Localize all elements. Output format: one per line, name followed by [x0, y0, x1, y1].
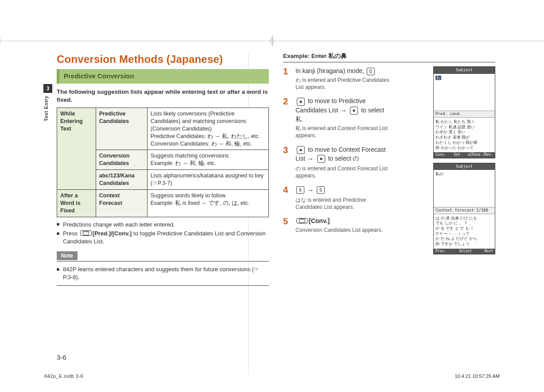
page: 3 Text Entry Conversion Methods (Japanes…	[0, 0, 544, 392]
footer-filename: 842p_E.indb 3-6	[44, 373, 83, 379]
step-4: 4 6 → 5 はな is entered and Predictive Can…	[283, 185, 389, 211]
dpad-icon	[317, 155, 325, 163]
cell-desc-abc: Lists alphanumerics/katakana assigned to…	[147, 170, 268, 190]
phone-screenshots: Subject わ Pred. cand. 私 わたし 私たち 我々ワイン 私達…	[433, 66, 495, 254]
dpad-icon	[297, 146, 305, 154]
shot-list-label: Context forecast 2/100	[434, 207, 495, 214]
step-2: 2 to move to Predictive Candidates List …	[283, 97, 389, 139]
bullet-2a: Press	[63, 230, 79, 237]
thumb-tab: 3 Text Entry	[43, 84, 53, 128]
note-bullet: 842P learns entered characters and sugge…	[57, 265, 269, 281]
step-main: [Conv.]	[295, 217, 389, 225]
row-group-fixed: After a Word is Fixed	[57, 189, 96, 217]
bullet-list: Predictions change with each letter ente…	[57, 221, 269, 246]
screenshot-2: Subject 私の Context forecast 2/100 は の 達 …	[433, 163, 495, 255]
dpad-icon	[350, 107, 358, 115]
mail-key-icon	[296, 218, 308, 223]
softkey-right: a1Kana ⤴Rev.	[468, 153, 493, 157]
footer: 842p_E.indb 3-6 10.4.21 10:57:26 AM	[44, 373, 500, 379]
left-column: Conversion Methods (Japanese) Predictive…	[57, 52, 271, 343]
footer-timestamp: 10.4.21 10:57:26 AM	[455, 373, 500, 379]
row-group-entering: While Entering Text	[57, 108, 96, 190]
soft-key-row: Conv. Set a1Kana ⤴Rev.	[434, 152, 495, 158]
key-5: 5	[317, 186, 325, 193]
softkey-center: Set	[454, 153, 460, 157]
step-5: 5 [Conv.] Conversion Candidates List app…	[283, 217, 389, 234]
bullet-2: Press [Pred.]/[Conv.] to toggle Predicti…	[57, 230, 269, 245]
intro-text: The following suggestion lists appear wh…	[57, 88, 269, 104]
shot-title: Subject	[434, 163, 495, 170]
arrow-icon: →	[340, 107, 347, 114]
step-main: In kanji (hiragana) mode, 0	[295, 67, 389, 75]
softkey-right: Next	[485, 249, 493, 254]
dpad-icon	[297, 98, 305, 106]
step-sub: 私 is entered and Context Forecast List a…	[295, 125, 389, 139]
step-main: to move to Context Forecast List → to se…	[295, 146, 389, 164]
shot-list-label: Pred. cand.	[434, 111, 495, 118]
mail-key-icon	[80, 231, 92, 236]
note-box: 842P learns entered characters and sugge…	[57, 261, 269, 285]
step-sub: わ is entered and Predictive Candidates L…	[295, 77, 389, 91]
softkey-left: Conv.	[435, 153, 446, 157]
chapter-number: 3	[43, 84, 52, 93]
step-number: 4	[283, 185, 291, 211]
step-number: 1	[283, 67, 291, 91]
step-1: 1 In kanji (hiragana) mode, 0 わ is enter…	[283, 67, 389, 91]
note-label: Note	[57, 251, 78, 260]
shot-content: 私の	[434, 170, 495, 179]
registration-circle	[270, 39, 274, 43]
arrow-icon: →	[307, 186, 314, 194]
key-0: 0	[367, 68, 375, 75]
cell-desc-context: Suggests words likely to followExample: …	[147, 189, 268, 217]
shot-content: わ	[434, 74, 495, 83]
shot-candidates: 私 わたし 私たち 我々ワイン 私達 話題 悪いわずか 悪く 若いわざわざ 若者…	[434, 118, 495, 152]
chapter-label: Text Entry	[43, 96, 49, 121]
screenshot-1: Subject わ Pred. cand. 私 わたし 私たち 我々ワイン 私達…	[433, 66, 495, 158]
page-number: 3-6	[57, 354, 66, 361]
cell-desc-conversion: Suggests matching conversionsExample: わ …	[147, 150, 268, 170]
step-number: 2	[283, 97, 291, 139]
shot-title: Subject	[434, 67, 495, 74]
bullet-1: Predictions change with each letter ente…	[57, 221, 269, 229]
step-number: 3	[283, 146, 291, 179]
step-number: 5	[283, 217, 291, 234]
pred-conv-label: [Pred.]/[Conv.]	[93, 230, 132, 237]
example-heading: Example: Enter 私の鼻	[283, 52, 495, 62]
step-sub: の is entered and Context Forecast List a…	[295, 165, 389, 179]
softkey-left: Prev.	[435, 249, 446, 254]
step-sub: Conversion Candidates List appears.	[295, 227, 389, 234]
shot-candidates: は の 達 自身 だけ にもでも しか に 。 ？ 、が を です と で も …	[434, 214, 495, 249]
cell-label-conversion: Conversion Candidates	[96, 150, 147, 170]
step-main: to move to Predictive Candidates List → …	[295, 97, 389, 123]
key-6: 6	[296, 186, 304, 193]
conversion-table: While Entering Text Predictive Candidate…	[57, 108, 269, 217]
conv-label: [Conv.]	[309, 217, 330, 224]
softkey-center: Select	[459, 249, 472, 254]
section-heading: Predictive Conversion	[57, 69, 269, 83]
step-main: 6 → 5	[295, 185, 389, 195]
cell-label-predictive: Predictive Candidates	[96, 108, 147, 150]
step-3: 3 to move to Context Forecast List → to …	[283, 146, 389, 179]
soft-key-row: Prev. Select Next	[434, 249, 495, 254]
cell-label-context: Context Forecast	[96, 189, 147, 217]
cell-label-abc: abc/123/Kana Candidates	[96, 170, 147, 190]
arrow-icon: →	[307, 155, 314, 162]
cell-desc-predictive: Lists likely conversions (Predictive Can…	[147, 108, 268, 150]
step-sub: はな is entered and Predictive Candidates …	[295, 196, 389, 211]
page-title: Conversion Methods (Japanese)	[57, 52, 269, 66]
